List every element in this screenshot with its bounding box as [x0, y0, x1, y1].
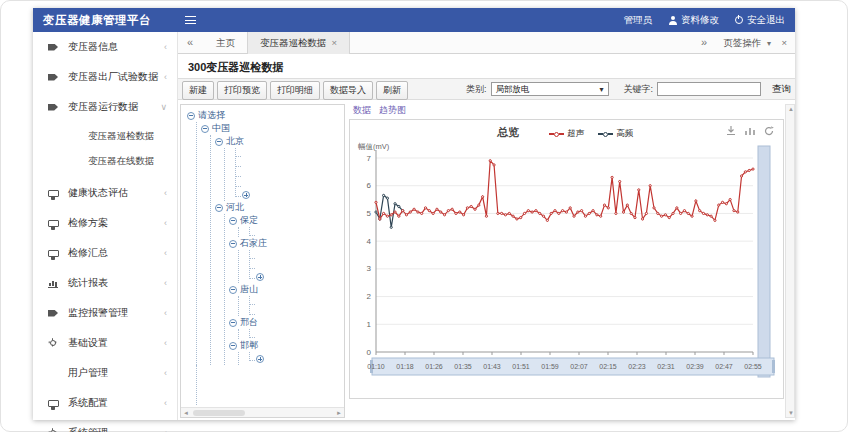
- toolbar-button[interactable]: 新建: [182, 81, 214, 100]
- tree-stub-node[interactable]: [231, 188, 342, 201]
- tree-stub-node[interactable]: [231, 178, 342, 188]
- tree-node-row[interactable]: 保定: [229, 214, 342, 227]
- x-tick-label: 01:51: [512, 363, 530, 370]
- tree-node-row[interactable]: 石家庄: [229, 237, 342, 250]
- toolbar-button[interactable]: 打印预览: [217, 81, 267, 100]
- user-icon: [668, 16, 677, 25]
- current-user-menu[interactable]: 管理员: [624, 14, 653, 27]
- current-user-label: 管理员: [624, 14, 653, 27]
- tree-node-label[interactable]: 请选择: [198, 109, 225, 122]
- scroll-up-icon[interactable]: ▲: [788, 106, 794, 112]
- tree-horizontal-scrollbar[interactable]: ◄ ►: [181, 407, 344, 417]
- tree-node-row[interactable]: 邢台: [229, 316, 342, 329]
- chevron-left-icon: ‹: [164, 308, 167, 318]
- toolbar-button[interactable]: 数据导入: [323, 81, 373, 100]
- tree-stub-node[interactable]: [245, 227, 342, 237]
- sidebar-toggle-button[interactable]: [185, 16, 196, 24]
- tree-toggle-icon[interactable]: [201, 125, 209, 133]
- sidebar-item[interactable]: 系统配置‹: [33, 388, 177, 418]
- tree-stub-node[interactable]: [231, 158, 342, 168]
- sidebar-subitem[interactable]: 变压器在线数据: [33, 149, 177, 174]
- sidebar-item[interactable]: 用户管理‹: [33, 358, 177, 388]
- sidebar-item[interactable]: 变压器信息‹: [33, 32, 177, 62]
- tree-node-label[interactable]: 保定: [240, 214, 258, 227]
- datazoom-right-handle[interactable]: [758, 146, 770, 377]
- tree-stub-node[interactable]: [245, 329, 342, 339]
- tree-node-label[interactable]: 河北: [226, 201, 244, 214]
- tree-node-label[interactable]: 唐山: [240, 283, 258, 296]
- tree-toggle-plus-icon[interactable]: [256, 273, 264, 281]
- sidebar-item[interactable]: 变压器运行数据∨: [33, 92, 177, 122]
- content-vertical-scrollbar[interactable]: ▲ ▼: [785, 104, 795, 418]
- tree-node-label[interactable]: 中国: [212, 122, 230, 135]
- tree-node-row[interactable]: 中国: [201, 122, 342, 135]
- tree-stub-node[interactable]: [231, 168, 342, 178]
- sidebar-item[interactable]: 检修汇总‹: [33, 238, 177, 268]
- toolbar-button[interactable]: 刷新: [376, 81, 408, 100]
- restore-icon[interactable]: [763, 125, 775, 137]
- sidebar-item[interactable]: 监控报警管理‹: [33, 298, 177, 328]
- tree-stub-node[interactable]: [245, 260, 342, 270]
- save-image-icon[interactable]: [725, 125, 737, 137]
- sidebar-subitem[interactable]: 变压器巡检数据: [33, 124, 177, 149]
- bar-view-icon[interactable]: [744, 125, 756, 137]
- tabs-scroll-right-icon[interactable]: »: [701, 36, 707, 48]
- sidebar-item[interactable]: 检修方案‹: [33, 208, 177, 238]
- tree-stub-node[interactable]: [231, 148, 342, 158]
- scroll-down-icon[interactable]: ▼: [788, 410, 794, 416]
- tree-toggle-icon[interactable]: [229, 342, 237, 350]
- tree-node-label[interactable]: 北京: [226, 135, 244, 148]
- toolbar-button[interactable]: 打印明细: [270, 81, 320, 100]
- category-select[interactable]: 局部放电 ▾: [491, 82, 609, 96]
- tree-node-label[interactable]: 邯郸: [240, 339, 258, 352]
- tabs-scroll-left-icon[interactable]: «: [187, 36, 193, 48]
- scrollbar-thumb[interactable]: [193, 410, 245, 416]
- tree-toggle-plus-icon[interactable]: [242, 191, 250, 199]
- chevron-left-icon: ‹: [164, 368, 167, 378]
- keyword-input[interactable]: [657, 82, 761, 96]
- tree-stub-node[interactable]: [245, 270, 342, 283]
- tree-node: 请选择中国北京河北保定石家庄唐山邢台邯郸: [187, 109, 342, 365]
- user-icon: [47, 369, 59, 378]
- profile-button[interactable]: 资料修改: [668, 14, 719, 27]
- tree-node-label[interactable]: 邢台: [240, 316, 258, 329]
- close-all-tabs-button[interactable]: ×: [781, 32, 787, 53]
- sidebar-item[interactable]: 统计报表‹: [33, 268, 177, 298]
- tree-node-row[interactable]: 唐山: [229, 283, 342, 296]
- tree-toggle-icon[interactable]: [215, 204, 223, 212]
- chart-view-tab-数据[interactable]: 数据: [353, 104, 371, 119]
- tree-toggle-icon[interactable]: [229, 286, 237, 294]
- tab-close-icon[interactable]: ×: [332, 37, 338, 48]
- tree-toggle-plus-icon[interactable]: [256, 355, 264, 363]
- tree-toggle-icon[interactable]: [229, 217, 237, 225]
- tree-toggle-icon[interactable]: [187, 112, 195, 120]
- tree-stub-node[interactable]: [245, 352, 342, 365]
- tree-node-row[interactable]: 邯郸: [229, 339, 342, 352]
- tree-children: [238, 296, 342, 316]
- sidebar-item[interactable]: 系统管理‹: [33, 418, 177, 432]
- legend-item[interactable]: 高频: [598, 128, 633, 140]
- tree-node-row[interactable]: 请选择: [187, 109, 342, 122]
- scroll-left-icon[interactable]: ◄: [183, 410, 189, 416]
- tree-stub-node[interactable]: [245, 306, 342, 316]
- sidebar-item-label: 健康状态评估: [68, 186, 128, 200]
- tree-node-label[interactable]: 石家庄: [240, 237, 267, 250]
- tree-stub-node[interactable]: [245, 250, 342, 260]
- logout-button[interactable]: 安全退出: [735, 14, 785, 27]
- sidebar-item[interactable]: 变压器出厂试验数据‹: [33, 62, 177, 92]
- search-button[interactable]: 查询: [772, 83, 791, 96]
- sidebar-item[interactable]: 健康状态评估‹: [33, 178, 177, 208]
- tree-toggle-icon[interactable]: [229, 319, 237, 327]
- chart-view-tab-趋势图[interactable]: 趋势图: [379, 104, 406, 119]
- tree-node-row[interactable]: 北京: [215, 135, 342, 148]
- tree-toggle-icon[interactable]: [215, 138, 223, 146]
- scroll-right-icon[interactable]: ►: [336, 410, 342, 416]
- tree-toggle-icon[interactable]: [229, 240, 237, 248]
- tab-operations-dropdown[interactable]: 页签操作 ▾: [723, 32, 771, 54]
- tab-主页[interactable]: 主页: [204, 32, 247, 54]
- tab-变压器巡检数据[interactable]: 变压器巡检数据×: [247, 32, 350, 54]
- legend-item[interactable]: 超声: [549, 128, 584, 140]
- tree-node-row[interactable]: 河北: [215, 201, 342, 214]
- tree-stub-node[interactable]: [245, 296, 342, 306]
- sidebar-item[interactable]: 基础设置‹: [33, 328, 177, 358]
